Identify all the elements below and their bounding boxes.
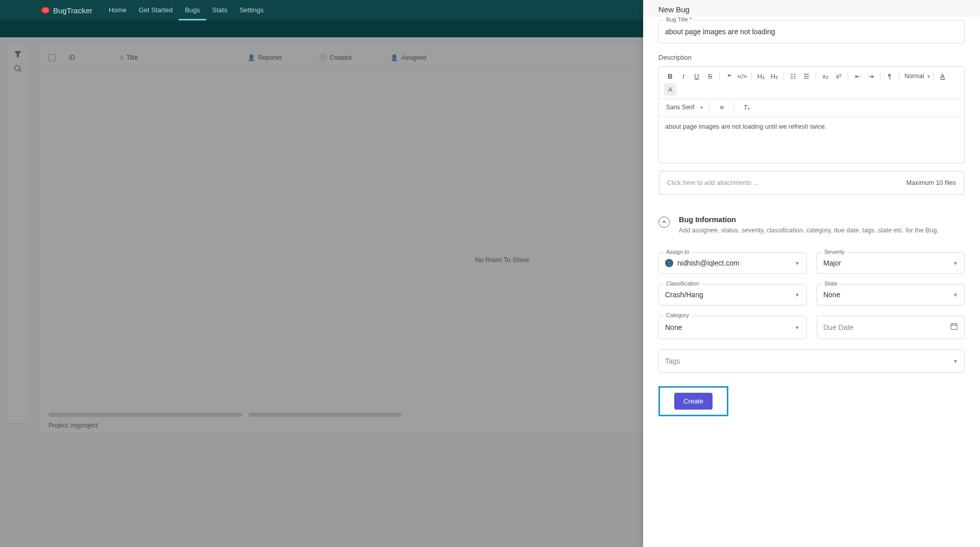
description-label: Description — [658, 54, 965, 61]
tags-select[interactable]: Tags ▼ — [658, 349, 965, 373]
chevron-down-icon: ▼ — [795, 260, 800, 266]
chevron-down-icon: ▼ — [953, 359, 958, 364]
app-name: BugTracker — [53, 6, 92, 15]
bug-title-field: Bug Title * — [658, 20, 965, 43]
paragraph-style-select[interactable]: Normal — [902, 72, 926, 81]
collapse-toggle-icon[interactable] — [658, 217, 670, 228]
subscript-icon[interactable]: x₂ — [819, 70, 831, 82]
chevron-down-icon: ▼ — [953, 260, 958, 266]
user-avatar-icon — [665, 259, 673, 267]
severity-select[interactable]: Severity Major ▼ — [817, 252, 965, 274]
chevron-down-icon: ▼ — [953, 292, 958, 298]
strike-icon[interactable]: S — [704, 70, 716, 82]
underline-icon[interactable]: U — [691, 70, 703, 82]
italic-icon[interactable]: I — [677, 70, 690, 82]
bug-title-label: Bug Title * — [664, 16, 694, 22]
calendar-icon — [950, 322, 958, 332]
section-subtitle: Add assignee, status, severity, classifi… — [679, 227, 939, 234]
bug-logo-icon — [41, 7, 50, 13]
drawer-title: New Bug — [643, 0, 980, 17]
due-date-input[interactable]: Due Date — [817, 316, 965, 339]
h2-icon[interactable]: H₂ — [768, 70, 780, 82]
align-icon[interactable]: ≡ — [716, 101, 728, 113]
nav-home[interactable]: Home — [103, 0, 133, 20]
direction-icon[interactable]: ¶ — [884, 70, 896, 82]
indent-icon[interactable]: ⇥ — [865, 70, 877, 82]
assign-to-select[interactable]: Assign to nidhish@iqlect.com ▼ — [658, 252, 806, 274]
superscript-icon[interactable]: x² — [832, 70, 845, 82]
rich-text-editor: B I U S ❝ </> H₁ H₂ ☷ ☰ x₂ x² ⇤ ⇥ — [658, 66, 965, 163]
classification-select[interactable]: Classification Crash/Hang ▼ — [658, 284, 806, 305]
editor-toolbar-row1: B I U S ❝ </> H₁ H₂ ☷ ☰ x₂ x² ⇤ ⇥ — [659, 67, 964, 99]
font-family-select[interactable]: Sans Serif — [664, 103, 696, 112]
description-editor[interactable]: about page images are not loading until … — [659, 117, 964, 163]
nav-get-started[interactable]: Get Started — [133, 0, 179, 20]
bg-color-icon[interactable]: A — [664, 83, 676, 96]
create-button[interactable]: Create — [674, 393, 713, 410]
attachment-dropzone[interactable]: Click here to add attachments ... Maximu… — [658, 171, 965, 195]
clear-format-icon[interactable]: Tₓ — [741, 101, 753, 113]
unordered-list-icon[interactable]: ☰ — [800, 70, 813, 82]
text-color-icon[interactable]: A — [937, 70, 949, 82]
chevron-down-icon: ▼ — [795, 325, 800, 330]
editor-toolbar-row2: Sans Serif ▾ ≡ Tₓ — [659, 99, 964, 117]
nav-bugs[interactable]: Bugs — [179, 0, 206, 20]
category-select[interactable]: Category None ▼ — [658, 316, 806, 339]
section-title: Bug Information — [679, 216, 939, 224]
code-icon[interactable]: </> — [736, 70, 748, 82]
svg-rect-1 — [951, 324, 957, 329]
attachment-limit: Maximum 10 files — [906, 179, 956, 186]
state-select[interactable]: State None ▼ — [817, 284, 965, 305]
ordered-list-icon[interactable]: ☷ — [787, 70, 799, 82]
chevron-down-icon: ▼ — [795, 292, 800, 298]
quote-icon[interactable]: ❝ — [723, 70, 735, 82]
bug-title-input[interactable] — [659, 20, 964, 43]
attachment-placeholder: Click here to add attachments ... — [667, 179, 758, 186]
nav-settings[interactable]: Settings — [233, 0, 270, 20]
create-button-highlight: Create — [658, 386, 728, 416]
bold-icon[interactable]: B — [664, 70, 676, 82]
logo[interactable]: BugTracker — [41, 6, 92, 15]
new-bug-drawer: New Bug Bug Title * Description B I U S … — [643, 0, 980, 547]
h1-icon[interactable]: H₁ — [755, 70, 767, 82]
bug-info-section-header: Bug Information Add assignee, status, se… — [658, 216, 965, 234]
nav-stats[interactable]: Stats — [206, 0, 234, 20]
outdent-icon[interactable]: ⇤ — [851, 70, 864, 82]
